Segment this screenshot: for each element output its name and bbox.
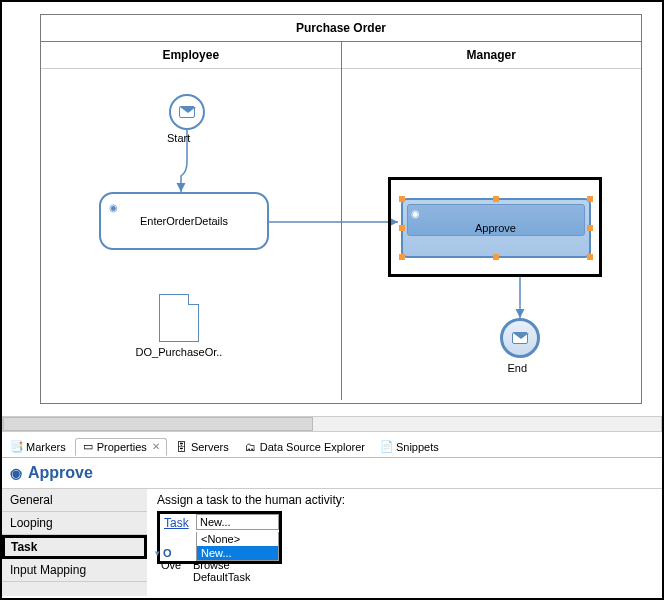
tab-snippets[interactable]: 📄 Snippets [374, 438, 446, 456]
task-dropdown[interactable]: New... [196, 514, 279, 530]
data-source-icon: 🗂 [245, 441, 257, 453]
resize-handle[interactable] [587, 254, 593, 260]
data-object-purchase-order[interactable]: DO_PurchaseOr.. [159, 294, 234, 358]
selected-task-highlight: ◉ Approve [388, 177, 602, 277]
tab-label: Snippets [396, 441, 439, 453]
end-event[interactable] [500, 318, 540, 358]
dropdown-option-browse[interactable]: Browse [193, 559, 250, 571]
overview-row-short: Ove [161, 559, 181, 571]
task-enter-order-details[interactable]: ◉ EnterOrderDetails [99, 192, 269, 250]
resize-handle[interactable] [399, 225, 405, 231]
human-task-icon: ◉ [10, 465, 22, 481]
start-event[interactable] [169, 94, 205, 130]
sidebar-item-looping[interactable]: Looping [2, 512, 147, 535]
task-dropdown-list: <None> New... [196, 532, 279, 561]
properties-content: Assign a task to the human activity: Tas… [147, 489, 662, 596]
properties-icon: ▭ [82, 441, 94, 453]
start-event-label: Start [167, 132, 190, 144]
envelope-icon [179, 106, 195, 118]
properties-title: Approve [28, 464, 93, 482]
resize-handle[interactable] [587, 225, 593, 231]
dropdown-option-new[interactable]: New... [197, 546, 278, 560]
person-icon: ◉ [411, 208, 420, 219]
task-label: EnterOrderDetails [140, 215, 228, 227]
tab-label: Servers [191, 441, 229, 453]
dropdown-option-defaulttask[interactable]: DefaultTask [193, 571, 250, 583]
resize-handle[interactable] [493, 196, 499, 202]
tab-label: Properties [97, 441, 147, 453]
resize-handle[interactable] [399, 254, 405, 260]
task-link[interactable]: Task [164, 516, 189, 530]
tab-label: Markers [26, 441, 66, 453]
twisty-icon[interactable]: ▾ [155, 548, 160, 558]
sidebar-item-input-mapping[interactable]: Input Mapping [2, 559, 147, 582]
lane-employee[interactable]: Employee Start ◉ EnterOrderDetails DO_Pu [41, 42, 341, 400]
markers-icon: 📑 [11, 441, 23, 453]
task-dropdown-highlight: Task New... <None> New... [157, 511, 282, 564]
end-event-label: End [508, 362, 528, 374]
bottom-tab-bar: 📑 Markers ▭ Properties ✕ 🗄 Servers 🗂 Dat… [2, 436, 662, 458]
tab-properties[interactable]: ▭ Properties ✕ [75, 438, 167, 456]
lane-title-manager: Manager [342, 42, 642, 69]
tab-data-source-explorer[interactable]: 🗂 Data Source Explorer [238, 438, 372, 456]
resize-handle[interactable] [399, 196, 405, 202]
task-approve[interactable]: ◉ Approve [401, 198, 591, 258]
sidebar-item-general[interactable]: General [2, 489, 147, 512]
snippets-icon: 📄 [381, 441, 393, 453]
close-icon[interactable]: ✕ [152, 441, 160, 452]
pool-purchase-order[interactable]: Purchase Order Employee Start ◉ EnterOrd… [40, 14, 642, 404]
overview-section-label-short: O [163, 547, 172, 559]
servers-icon: 🗄 [176, 441, 188, 453]
tab-markers[interactable]: 📑 Markers [4, 438, 73, 456]
tab-servers[interactable]: 🗄 Servers [169, 438, 236, 456]
data-object-label: DO_PurchaseOr.. [124, 346, 234, 358]
properties-sidebar: General Looping Task Input Mapping [2, 489, 147, 596]
task-label: Approve [475, 222, 516, 234]
envelope-icon [512, 332, 528, 344]
dropdown-value: New... [200, 516, 231, 528]
bpmn-canvas[interactable]: Purchase Order Employee Start ◉ EnterOrd… [2, 2, 662, 432]
horizontal-scrollbar[interactable] [2, 416, 662, 432]
lane-title-employee: Employee [41, 42, 341, 69]
properties-view: ◉ Approve General Looping Task Input Map… [2, 458, 662, 596]
assign-task-label: Assign a task to the human activity: [157, 493, 652, 507]
pool-title: Purchase Order [41, 15, 641, 42]
sidebar-item-task[interactable]: Task [2, 535, 147, 559]
person-icon: ◉ [109, 202, 118, 213]
document-icon [159, 294, 199, 342]
resize-handle[interactable] [587, 196, 593, 202]
properties-header: ◉ Approve [2, 458, 662, 488]
resize-handle[interactable] [493, 254, 499, 260]
tab-label: Data Source Explorer [260, 441, 365, 453]
lane-manager[interactable]: Manager ◉ Approve [341, 42, 642, 400]
dropdown-option-none[interactable]: <None> [197, 532, 278, 546]
scrollbar-thumb[interactable] [3, 417, 313, 431]
